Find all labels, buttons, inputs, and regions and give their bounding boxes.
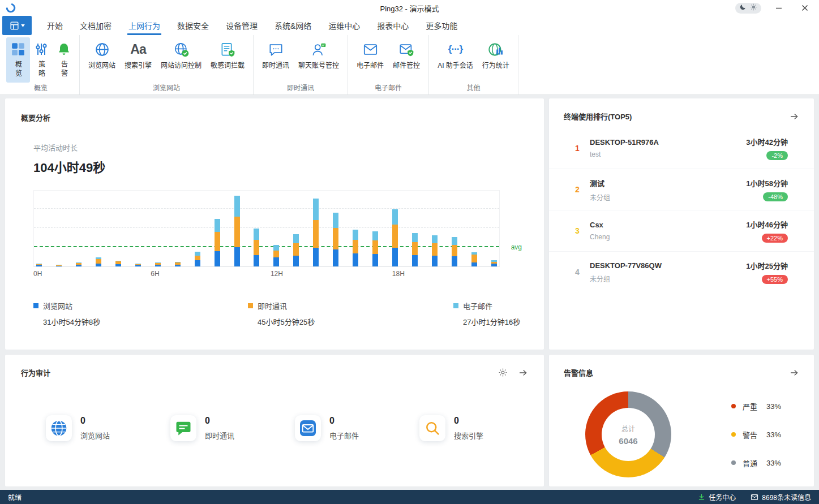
tab-data-security[interactable]: 数据安全 [169,16,217,35]
tab-ops-center[interactable]: 运维中心 [320,16,368,35]
legend-swatch [453,303,458,308]
ribbon-button-browse-website[interactable]: 浏览网站 [84,37,120,72]
legend-label: 即时通讯 [258,300,287,311]
change-badge: +55% [762,275,788,284]
tab-device-management[interactable]: 设备管理 [217,16,266,35]
chart-bar [215,219,220,266]
ribbon-group-label: 其他 [429,83,518,92]
ribbon-button-website-access-control[interactable]: 网站访问控制 [156,37,206,72]
person-chat-icon [311,41,327,58]
unread-messages-button[interactable]: 8698条未读信息 [751,492,811,502]
ribbon-button-search-engine[interactable]: Aa 搜索引擎 [120,37,156,72]
tab-doc-encryption[interactable]: 文档加密 [71,16,120,35]
ribbon-button-overview[interactable]: 概览 [6,37,30,83]
chart-bar [56,265,62,266]
donut-center: 总计 6046 [602,408,655,461]
settings-gear-icon[interactable] [498,368,508,377]
chart-legend: 浏览网站 31小时54分钟8秒 即时通讯 45小时5分钟25秒 电子邮件 27小… [33,300,528,334]
overview-card-title: 概要分析 [21,112,528,123]
legend-dot [731,404,736,408]
x-tick-label: 0H [33,270,42,278]
terminal-row[interactable]: 3 Csx Cheng 1小时46分钟 +22% [549,210,814,251]
chart-bar [195,252,200,266]
legend-percent: 33% [766,430,781,439]
tab-more-features[interactable]: 更多功能 [417,16,466,35]
ribbon-group-label: 浏览网站 [80,83,253,92]
audit-stat-email[interactable]: 0 电子邮件 [295,415,419,441]
tab-system-network[interactable]: 系统&网络 [266,16,320,35]
braces-icon: {···} [448,41,462,58]
ribbon-button-ai-assistant[interactable]: {···} AI 助手会话 [433,37,478,72]
ribbon-toolbar: 概览 策略 告警 概览 浏览网站 [0,35,819,95]
chart-bar [135,264,141,266]
statusbar: 就绪 任务中心 8698条未读信息 [0,490,819,504]
arrow-right-icon[interactable] [518,368,528,378]
chat-bubble-icon [268,41,284,58]
terminal-group: 未分组 [590,274,746,283]
terminal-row[interactable]: 2 测试 未分组 1小时58分钟 -48% [549,169,814,210]
chevron-down-icon [21,24,25,27]
minimize-button[interactable] [770,2,787,14]
stat-label: 浏览网站 [80,430,110,441]
ribbon-button-email[interactable]: 电子邮件 [352,37,388,72]
stat-value: 0 [80,416,110,426]
close-button[interactable] [796,2,813,14]
ribbon-button-alert[interactable]: 告警 [53,37,75,83]
legend-value: 45小时5分钟25秒 [258,316,315,327]
avg-activity-label: 平均活动时长 [33,142,528,153]
mail-icon [295,415,321,441]
sun-icon [750,3,757,12]
app-menu-button[interactable] [2,16,32,35]
chart-bar [471,252,477,266]
chart-bar [76,262,82,266]
arrow-right-icon[interactable] [789,368,799,378]
activity-chart-bars [34,191,499,266]
aa-letters-icon: Aa [130,41,145,58]
legend-percent: 33% [766,402,781,411]
bell-icon [57,41,71,58]
terminal-name: Csx [590,221,746,229]
terminal-card-title: 终端使用排行(TOP5) [564,111,632,122]
stat-label: 即时通讯 [205,430,234,441]
chart-bar [96,257,101,266]
rank-number: 2 [575,185,590,194]
terminal-duration: 3小时42分钟 [746,136,788,147]
ribbon-group-label: 即时通讯 [254,83,348,92]
arrow-right-icon[interactable] [789,111,799,122]
ribbon-button-behavior-stats[interactable]: 行为统计 [478,37,514,72]
tab-report-center[interactable]: 报表中心 [368,16,417,35]
audit-stat-search[interactable]: 0 搜索引擎 [419,415,544,441]
audit-stat-im[interactable]: 0 即时通讯 [170,415,295,441]
theme-toggle[interactable] [735,3,761,14]
chart-bar [313,199,319,266]
audit-stat-browse[interactable]: 0 浏览网站 [46,415,170,441]
ribbon-button-mail-control[interactable]: 邮件管控 [388,37,424,72]
stat-value: 0 [205,416,234,426]
change-badge: -2% [766,151,788,160]
ribbon-group-im: 即时通讯 聊天账号管控 即时通讯 [254,35,348,94]
legend-swatch [33,303,38,308]
terminal-duration: 1小时46分钟 [746,219,788,230]
ribbon-button-policy[interactable]: 策略 [30,37,53,83]
ribbon-button-im[interactable]: 即时通讯 [258,37,294,72]
window-title: Ping32 - 演示模式 [380,3,439,14]
tab-start[interactable]: 开始 [38,16,71,35]
task-center-button[interactable]: 任务中心 [698,492,736,502]
alert-legend-warning: 警告 33% [731,429,781,440]
ribbon-button-sensitive-word-block[interactable]: 敏感词拦截 [206,37,249,72]
globe-icon [95,41,110,58]
terminal-row[interactable]: 4 DESKTOP-77V86QW 未分组 1小时25分钟 +55% [549,251,814,292]
ribbon-button-chat-account-control[interactable]: 聊天账号管控 [294,37,344,72]
chart-bar [412,233,418,266]
x-tick-label: 18H [392,270,405,278]
legend-value: 31小时54分钟8秒 [43,316,100,327]
tab-internet-behavior[interactable]: 上网行为 [120,16,169,35]
chart-bar [333,213,338,266]
terminal-group: 未分组 [590,192,746,202]
avg-activity-value: 104小时49秒 [33,157,528,175]
terminal-duration: 1小时58分钟 [746,178,788,188]
ribbon-group-email: 电子邮件 邮件管控 电子邮件 [348,35,429,94]
legend-item-email: 电子邮件 27小时1分钟16秒 [453,300,520,327]
chart-bar [155,262,161,266]
terminal-row[interactable]: 1 DESKTOP-51R976A test 3小时42分钟 -2% [549,127,814,169]
